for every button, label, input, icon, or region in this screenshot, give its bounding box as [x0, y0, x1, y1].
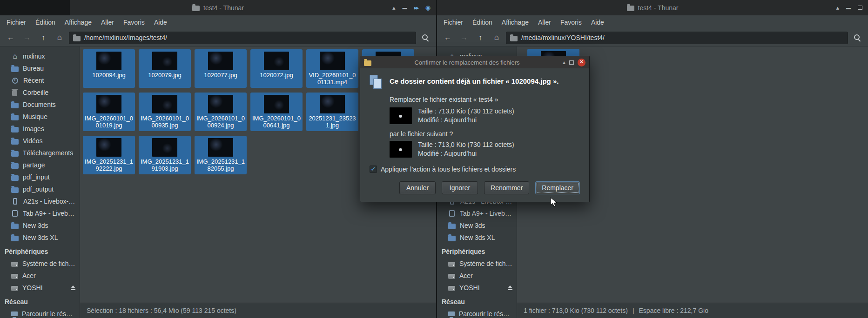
sidebar-item-partage[interactable]: partage [0, 159, 80, 171]
rename-button[interactable]: Renommer [484, 181, 529, 194]
titlebar[interactable]: test4 - Thunar [0, 0, 436, 15]
titlebar[interactable]: test4 - Thunar [437, 0, 868, 15]
file-item[interactable]: IMG_20251231_191903.jpg [139, 136, 191, 174]
sidebar-item-yoshi[interactable]: YOSHI [0, 282, 80, 294]
sidebar-item-recent[interactable]: Récent [0, 74, 80, 86]
recent-icon [12, 78, 18, 84]
sidebar-item-musique[interactable]: Musique [0, 111, 80, 123]
eject-icon[interactable] [70, 285, 76, 290]
status-bar: 1 fichier : 713,0 Kio (730 112 octets) |… [517, 303, 868, 318]
trash-icon [12, 90, 17, 96]
dialog-titlebar[interactable]: Confirmer le remplacement des fichiers × [360, 56, 589, 68]
sidebar-item-tab-a9[interactable]: Tab A9+ - Livebo… [0, 207, 80, 219]
file-item[interactable]: 1020094.jpg [83, 49, 135, 88]
up-icon[interactable] [36, 32, 50, 44]
record-icon[interactable] [425, 4, 431, 11]
file-item[interactable]: 20251231_235231.jpg [306, 93, 358, 131]
forward-icon[interactable] [457, 32, 471, 44]
menu-favoris[interactable]: Favoris [119, 15, 149, 29]
menu-aller[interactable]: Aller [533, 15, 556, 29]
minimize-icon[interactable] [403, 5, 407, 10]
folder-icon [11, 66, 19, 72]
sidebar-item-acer[interactable]: Acer [0, 270, 80, 282]
file-item[interactable]: IMG_20251231_182055.jpg [195, 136, 247, 174]
fast-forward-icon[interactable] [414, 4, 418, 11]
drive-icon [11, 286, 18, 291]
file-item[interactable]: VID_20260101_001131.mp4 [306, 49, 358, 88]
sidebar-item-documents[interactable]: Documents [0, 99, 80, 111]
file-item[interactable]: 1020072.jpg [250, 49, 303, 88]
file-thumbnail [96, 138, 121, 157]
sidebar-item-corbeille[interactable]: Corbeille [0, 86, 80, 99]
maximize-icon[interactable] [858, 6, 862, 10]
file-item[interactable]: 1020077.jpg [195, 49, 247, 88]
sidebar-item-yoshi[interactable]: YOSHI [437, 282, 517, 294]
apply-to-all-row[interactable]: ✓ Appliquer l’action à tous les fichiers… [370, 166, 580, 173]
up-icon[interactable] [473, 32, 487, 44]
menu-aide[interactable]: Aide [586, 15, 609, 29]
eject-icon[interactable] [507, 285, 513, 290]
sidebar-item-pdf-output[interactable]: pdf_output [0, 183, 80, 195]
file-item[interactable]: 1020079.jpg [139, 49, 191, 88]
file-item[interactable]: IMG_20251231_192222.jpg [83, 136, 135, 174]
back-icon[interactable] [4, 32, 18, 44]
skip-button[interactable]: Ignorer [442, 181, 478, 194]
shade-icon[interactable] [563, 59, 565, 66]
cancel-button[interactable]: Annuler [399, 181, 436, 194]
file-item[interactable]: IMG_20260101_001019.jpg [83, 93, 135, 131]
window-title: test4 - Thunar [203, 4, 244, 12]
menu-affichage[interactable]: Affichage [60, 15, 96, 29]
back-icon[interactable] [441, 32, 455, 44]
replace-button[interactable]: Remplacer [535, 181, 580, 194]
sidebar-item-pdf-input[interactable]: pdf_input [0, 171, 80, 183]
sidebar-item-new3dsxl[interactable]: New 3ds XL [437, 232, 517, 244]
shade-icon[interactable] [392, 4, 396, 11]
menu-fichier[interactable]: Fichier [439, 15, 468, 29]
menu-aide[interactable]: Aide [149, 15, 172, 29]
sidebar-item-telechargements[interactable]: Téléchargements [0, 147, 80, 159]
sidebar-item-videos[interactable]: Vidéos [0, 135, 80, 147]
sidebar-item-new3ds[interactable]: New 3ds [0, 219, 80, 232]
minimize-icon[interactable] [846, 5, 851, 10]
menu-edition[interactable]: Édition [31, 15, 60, 29]
sidebar-item-parcourir[interactable]: Parcourir le rés… [0, 308, 80, 318]
file-item[interactable]: IMG_20260101_000641.jpg [250, 93, 303, 131]
search-icon [422, 34, 429, 41]
sidebar-item-acer[interactable]: Acer [437, 270, 517, 282]
shade-icon[interactable] [836, 4, 839, 11]
search-button[interactable] [418, 32, 432, 44]
file-item[interactable]: IMG_20260101_000935.jpg [139, 93, 191, 131]
close-icon[interactable]: × [578, 59, 585, 66]
sidebar-item-bureau[interactable]: Bureau [0, 62, 80, 74]
sidebar-item-new3dsxl[interactable]: New 3ds XL [0, 232, 80, 244]
menu-affichage[interactable]: Affichage [497, 15, 533, 29]
menu-favoris[interactable]: Favoris [556, 15, 586, 29]
home-icon[interactable] [53, 32, 67, 44]
copy-files-icon [370, 75, 383, 89]
menu-aller[interactable]: Aller [96, 15, 119, 29]
sidebar-item-parcourir[interactable]: Parcourir le rés… [437, 308, 517, 318]
sidebar-item-mxlinux[interactable]: mxlinux [0, 50, 80, 62]
drive-icon [11, 274, 18, 279]
restore-icon[interactable] [569, 60, 574, 65]
sidebar-item-systeme[interactable]: Système de fichi… [0, 258, 80, 270]
sidebar-item-systeme[interactable]: Système de fichi… [437, 258, 517, 270]
sidebar-item-images[interactable]: Images [0, 123, 80, 135]
path-input[interactable]: /home/mxlinux/Images/test4/ [69, 32, 416, 44]
file-item[interactable]: IMG_20260101_000924.jpg [195, 93, 247, 131]
path-input[interactable]: /media/mxlinux/YOSHI/test4/ [506, 32, 848, 44]
phone-icon [13, 198, 17, 205]
forward-icon[interactable] [20, 32, 34, 44]
home-icon[interactable] [490, 32, 504, 44]
menu-fichier[interactable]: Fichier [2, 15, 31, 29]
file-thumbnail [96, 95, 121, 113]
sidebar-item-a21s[interactable]: A21s - Livebox-6… [0, 195, 80, 207]
drive-icon [448, 274, 455, 279]
sidebar-item-new3ds[interactable]: New 3ds [437, 219, 517, 232]
search-button[interactable] [850, 32, 864, 44]
apply-to-all-checkbox[interactable]: ✓ [370, 166, 377, 173]
sidebar-item-tab-a9[interactable]: Tab A9+ - Livebo… [437, 207, 517, 219]
file-thumbnail [320, 52, 345, 70]
menu-edition[interactable]: Édition [468, 15, 497, 29]
file-thumbnail [208, 95, 233, 113]
